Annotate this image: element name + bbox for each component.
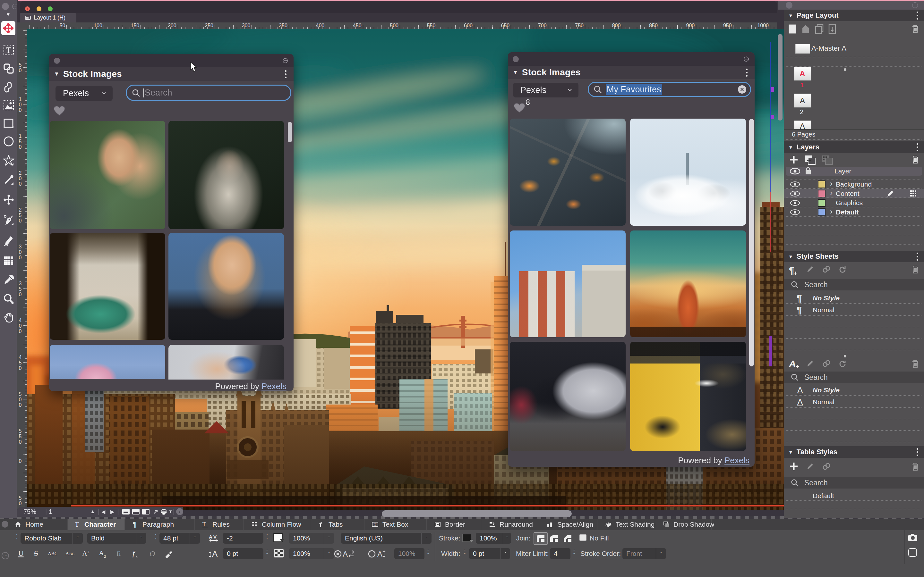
- svg-text:fi: fi: [116, 550, 121, 558]
- svg-text:T: T: [6, 45, 11, 55]
- svg-text:T: T: [75, 521, 79, 528]
- svg-text:A: A: [65, 551, 69, 556]
- svg-text:A: A: [800, 69, 805, 78]
- svg-text:S: S: [34, 550, 38, 558]
- svg-text:A: A: [800, 96, 805, 105]
- svg-text:A: A: [377, 550, 383, 558]
- svg-text:A: A: [82, 550, 87, 558]
- svg-text:U: U: [18, 550, 24, 558]
- svg-text:A: A: [800, 122, 805, 129]
- svg-text:A: A: [99, 550, 104, 557]
- svg-text:f: f: [132, 550, 136, 558]
- svg-text:2: 2: [87, 550, 89, 554]
- svg-text:A: A: [209, 534, 212, 540]
- svg-text:BC: BC: [69, 552, 74, 556]
- svg-text:¶: ¶: [133, 521, 137, 528]
- svg-text:O: O: [150, 550, 155, 558]
- svg-text:A: A: [342, 550, 348, 558]
- svg-text:ABC: ABC: [48, 551, 57, 556]
- svg-text:A: A: [212, 549, 218, 559]
- svg-text:V: V: [213, 534, 216, 540]
- svg-text:2: 2: [104, 554, 106, 559]
- svg-text:T: T: [374, 522, 376, 527]
